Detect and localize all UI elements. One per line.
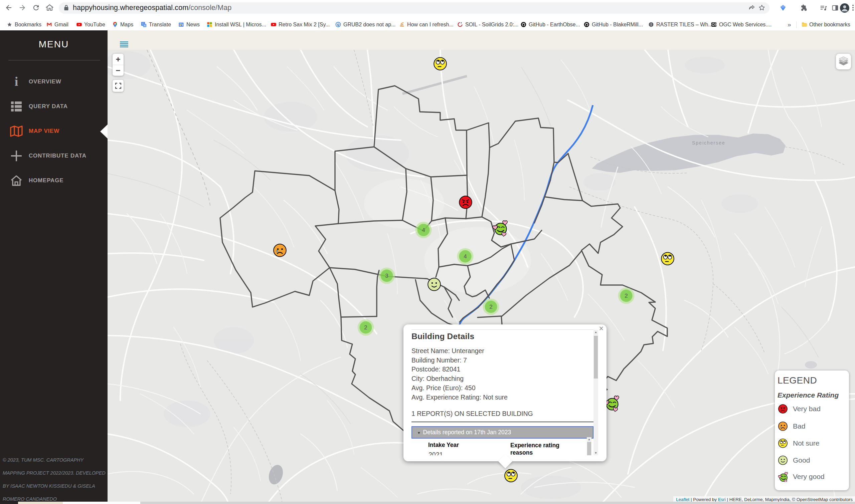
- svg-text:3: 3: [385, 273, 388, 279]
- svg-text:Speichersee: Speichersee: [692, 140, 726, 145]
- svg-text:A: A: [144, 24, 146, 27]
- svg-text:i: i: [15, 75, 18, 88]
- svg-text:2: 2: [625, 293, 628, 299]
- svg-text:4: 4: [422, 227, 425, 233]
- svg-text:4: 4: [464, 253, 467, 260]
- svg-text:2: 2: [489, 304, 492, 310]
- svg-text:2: 2: [364, 324, 367, 331]
- svg-text:Q: Q: [337, 23, 339, 26]
